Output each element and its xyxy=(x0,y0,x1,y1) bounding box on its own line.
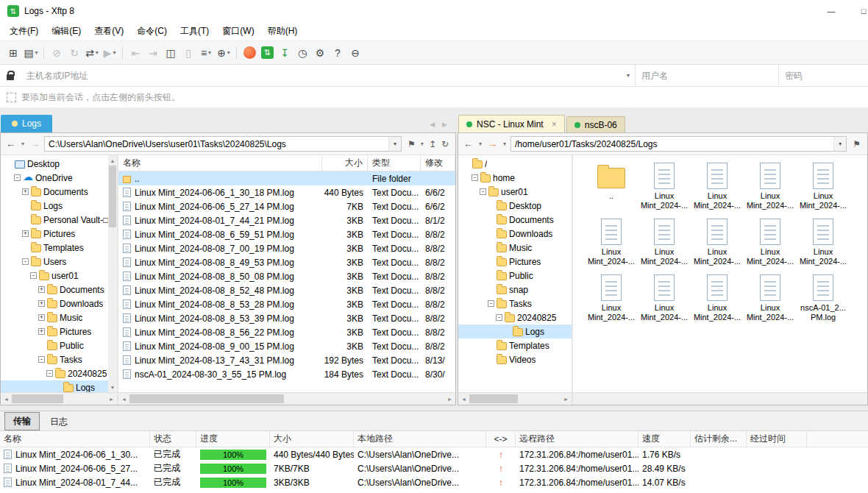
file-row[interactable]: Linux Mint_2024-06-06_5_27_14 PM.log 7KB… xyxy=(118,199,455,213)
remote-file-item[interactable]: nscA-01_2... PM.log xyxy=(797,273,850,329)
remote-file-item[interactable]: Linux Mint_2024-... xyxy=(744,161,797,217)
file-row[interactable]: Linux Mint_2024-08-13_7_43_31 PM.log 192… xyxy=(118,353,455,367)
column-header-local-path[interactable]: 本地路径 xyxy=(354,431,486,447)
horizontal-splitter[interactable] xyxy=(0,405,868,411)
column-header-progress[interactable]: 进度 xyxy=(196,431,270,447)
remote-file-item[interactable]: Linux Mint_2024-... xyxy=(585,217,638,273)
scroll-left-icon[interactable]: ◄ xyxy=(118,397,129,402)
back-button[interactable]: ← xyxy=(4,138,17,149)
address-dropdown-icon[interactable]: ▾ xyxy=(833,137,846,151)
list-horizontal-scrollbar[interactable]: ◄ ► xyxy=(118,393,455,405)
address-dropdown-icon[interactable]: ▾ xyxy=(388,137,401,151)
menu-item[interactable]: 查看(V) xyxy=(88,22,130,40)
remote-file-item[interactable]: .. xyxy=(585,161,638,217)
file-row[interactable]: Linux Mint_2024-08-01_7_44_21 PM.log 3KB… xyxy=(118,213,455,227)
remote-file-item[interactable]: Linux Mint_2024-... xyxy=(797,217,850,273)
file-row[interactable]: Linux Mint_2024-08-08_8_53_28 PM.log 3KB… xyxy=(118,297,455,311)
tree-item[interactable]: Desktop xyxy=(458,199,572,213)
tree-item[interactable]: Templates xyxy=(1,241,117,255)
local-address-text[interactable]: C:\Users\Alan\OneDrive\Users\user01\Task… xyxy=(45,139,388,149)
tree-expand-toggle[interactable]: + xyxy=(38,286,45,293)
scroll-down-icon[interactable]: ▼ xyxy=(110,382,115,392)
tree-item[interactable]: + Documents xyxy=(1,283,117,297)
remote-file-item[interactable]: Linux Mint_2024-... xyxy=(691,273,744,329)
column-header-size[interactable]: 大小 xyxy=(322,155,368,171)
tree-item[interactable]: Music xyxy=(458,241,572,255)
tree-item[interactable]: + Pictures xyxy=(1,227,117,241)
scrollbar-thumb[interactable] xyxy=(129,394,284,403)
back-dropdown-icon[interactable]: ▾ xyxy=(477,141,483,147)
menu-item[interactable]: 窗口(W) xyxy=(216,22,260,40)
tree-horizontal-scrollbar[interactable]: ◄ ► xyxy=(458,393,572,405)
menu-item[interactable]: 工具(T) xyxy=(174,22,216,40)
column-header-remote-path[interactable]: 远程路径 xyxy=(516,431,638,447)
tree-expand-toggle[interactable]: + xyxy=(38,328,45,335)
tree-item[interactable]: - user01 xyxy=(1,269,117,283)
remote-file-item[interactable]: Linux Mint_2024-... xyxy=(797,161,850,217)
scroll-right-icon[interactable]: ► xyxy=(106,397,117,402)
tree-item[interactable]: Logs xyxy=(458,324,572,338)
tree-item[interactable]: / xyxy=(458,157,572,171)
tree-item[interactable]: Public xyxy=(1,338,117,352)
remote-file-item[interactable]: Linux Mint_2024-... xyxy=(638,273,691,329)
tree-item[interactable]: + Music xyxy=(1,311,117,324)
tree-item[interactable]: + Pictures xyxy=(1,324,117,338)
tab-transfer[interactable]: 传输 xyxy=(4,412,40,430)
file-row[interactable]: Linux Mint_2024-08-08_8_56_22 PM.log 3KB… xyxy=(118,325,455,339)
column-header-size[interactable]: 大小 xyxy=(270,431,354,447)
transfer-row[interactable]: Linux Mint_2024-08-01_7_44... 已完成 100% 3… xyxy=(0,475,868,489)
back-button[interactable]: ← xyxy=(462,138,474,149)
tree-expand-toggle[interactable]: - xyxy=(472,174,478,181)
tree-item[interactable]: + Documents xyxy=(1,185,117,199)
tree-expand-toggle[interactable]: - xyxy=(14,174,21,181)
remote-file-item[interactable]: Linux Mint_2024-... xyxy=(691,217,744,273)
transfer-row[interactable]: Linux Mint_2024-06-06_1_30... 已完成 100% 4… xyxy=(0,447,868,461)
minimize-button[interactable]: — xyxy=(815,0,847,22)
tree-item[interactable]: - 20240825 xyxy=(1,366,117,380)
disconnect-button[interactable]: ⊘ xyxy=(48,44,65,62)
xftp-button[interactable]: ⇅ xyxy=(258,44,276,62)
column-header-eta[interactable]: 估计剩余... xyxy=(691,431,747,447)
tree-item[interactable]: - user01 xyxy=(458,185,572,199)
tree-item[interactable]: Public xyxy=(458,269,572,283)
file-row[interactable]: Linux Mint_2024-08-08_8_52_48 PM.log 3KB… xyxy=(118,283,455,297)
tree-item[interactable]: Personal Vault-□ xyxy=(1,213,117,227)
scroll-left-icon[interactable]: ◄ xyxy=(1,397,12,402)
column-header-modified[interactable]: 修改 xyxy=(421,155,455,171)
file-row[interactable]: Linux Mint_2024-08-08_9_00_15 PM.log 3KB… xyxy=(118,339,455,353)
iconview-horizontal-scrollbar[interactable] xyxy=(573,393,867,405)
file-row[interactable]: .. File folder xyxy=(118,171,455,185)
bookmark-icon[interactable]: ⚑ xyxy=(853,139,861,149)
new-session-button[interactable]: ⊞ xyxy=(4,44,22,62)
tree-horizontal-scrollbar[interactable]: ◄ ► xyxy=(1,393,117,405)
tree-item[interactable]: Pictures xyxy=(458,255,572,269)
forward-dropdown-icon[interactable]: ▾ xyxy=(502,141,508,147)
tab-scroll-right-icon[interactable]: ▶ xyxy=(442,121,447,128)
remote-file-item[interactable]: Linux Mint_2024-... xyxy=(691,161,744,217)
file-row[interactable]: Linux Mint_2024-08-08_6_59_51 PM.log 3KB… xyxy=(118,227,455,241)
encoding-button[interactable]: ⊕ ▾ xyxy=(215,44,232,62)
forward-button[interactable]: → xyxy=(486,138,499,149)
tree-item[interactable]: Documents xyxy=(458,213,572,227)
column-header-speed[interactable]: 速度 xyxy=(638,431,691,447)
tree-expand-toggle[interactable]: - xyxy=(22,258,29,265)
local-tab-logs[interactable]: Logs xyxy=(1,115,52,132)
reconnect-button[interactable]: ↻ xyxy=(65,44,83,62)
tree-vertical-scrollbar[interactable]: ▲ ▼ xyxy=(108,155,117,392)
scroll-left-icon[interactable]: ◄ xyxy=(458,397,469,402)
transfer-right-button[interactable]: ⇥ xyxy=(144,44,162,62)
schedule-button[interactable]: ◷ xyxy=(294,44,311,62)
tree-item[interactable]: Logs xyxy=(1,199,117,213)
window-layout-button[interactable]: ▯ xyxy=(179,44,197,62)
tree-item[interactable]: - 20240825 xyxy=(458,311,572,324)
scroll-right-icon[interactable]: ► xyxy=(561,397,572,402)
menu-item[interactable]: 编辑(E) xyxy=(45,22,88,40)
tree-item[interactable]: Logs xyxy=(1,380,117,392)
tab-scroll-left-icon[interactable]: ◀ xyxy=(430,121,435,128)
tree-item[interactable]: - OneDrive xyxy=(1,171,117,185)
tab-log[interactable]: 日志 xyxy=(42,414,76,430)
tree-item[interactable]: - Tasks xyxy=(458,297,572,311)
tree-expand-toggle[interactable]: - xyxy=(46,370,53,377)
menu-item[interactable]: 帮助(H) xyxy=(261,22,305,40)
remote-session-tab[interactable]: NSC - Linux Mint × xyxy=(458,115,565,132)
